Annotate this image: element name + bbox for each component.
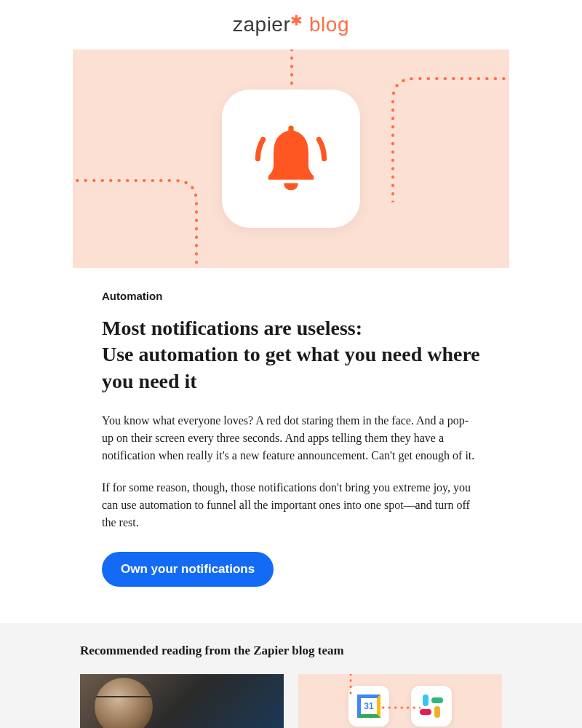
calendar-day-label: 31	[357, 695, 380, 718]
logo[interactable]: zapier✱ blog	[233, 13, 349, 36]
recommended-card-1[interactable]	[80, 674, 284, 728]
logo-text: zapier✱ blog	[233, 13, 349, 36]
hero-image	[73, 50, 509, 268]
person-photo	[95, 678, 153, 728]
dotted-path-right	[371, 57, 509, 202]
cta-button[interactable]: Own your notifications	[102, 552, 274, 587]
asterisk-icon: ✱	[290, 12, 303, 28]
logo-suffix: blog	[309, 13, 349, 36]
card-illustration: 31	[298, 674, 502, 728]
dotted-path-left	[73, 151, 233, 268]
hero-wrapper	[0, 50, 582, 268]
article-content: Automation Most notifications are useles…	[0, 268, 582, 623]
title-line-1: Most notifications are useless:	[102, 315, 480, 341]
bell-card	[222, 90, 360, 228]
logo-brand: zapier	[233, 13, 290, 36]
dotted-path-mini-top	[348, 674, 354, 696]
article-category: Automation	[102, 290, 480, 302]
card-photo	[80, 674, 284, 728]
dotted-path-mini-mid	[377, 705, 420, 711]
header: zapier✱ blog	[0, 0, 582, 50]
recommended-card-2[interactable]: 31	[298, 674, 502, 728]
title-line-2: Use automation to get what you need wher…	[102, 341, 480, 395]
article-paragraph-1: You know what everyone loves? A red dot …	[102, 412, 480, 464]
article-paragraph-2: If for some reason, though, those notifi…	[102, 479, 480, 531]
bell-icon	[247, 115, 335, 202]
glasses-icon	[96, 696, 151, 697]
recommended-section: Recommended reading from the Zapier blog…	[0, 623, 582, 728]
dotted-path-center	[288, 50, 295, 93]
recommended-cards: 31	[80, 674, 502, 728]
article-title: Most notifications are useless: Use auto…	[102, 315, 480, 395]
recommended-heading: Recommended reading from the Zapier blog…	[80, 644, 502, 658]
